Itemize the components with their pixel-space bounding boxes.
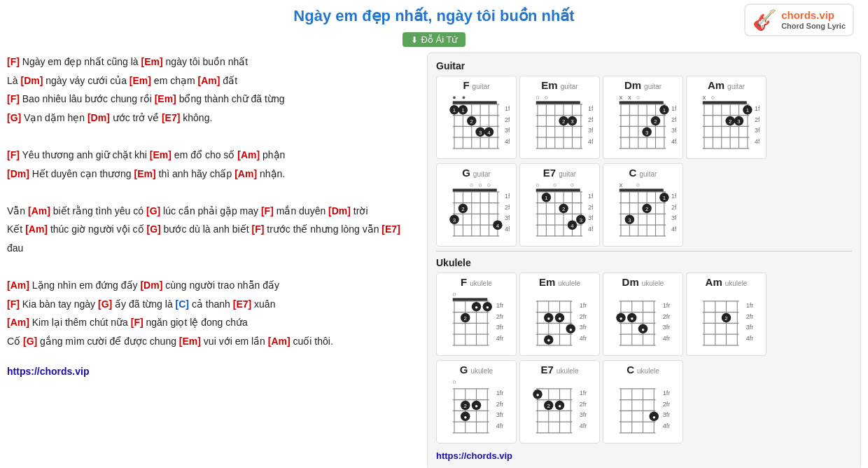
chord-Am3[interactable]: [Am]	[234, 168, 257, 179]
svg-rect-153	[620, 188, 664, 192]
chord-Am2[interactable]: [Am]	[237, 149, 260, 160]
chord-F2[interactable]: [F]	[7, 93, 20, 104]
chord-header-Dm-uke: Dm ukulele	[606, 276, 680, 288]
chord-name-Em-uke: Em	[539, 276, 555, 288]
chord-diagram-Am-guitar: Am guitar x ○	[686, 76, 766, 159]
chord-header-E7: E7 guitar	[523, 167, 596, 179]
svg-text:○: ○	[636, 181, 640, 188]
svg-text:3fr: 3fr	[588, 214, 593, 221]
chord-G3[interactable]: [G]	[147, 223, 161, 235]
chord-Em5[interactable]: [Em]	[134, 168, 156, 179]
svg-text:3: 3	[570, 118, 574, 125]
chord-G5[interactable]: [G]	[23, 336, 37, 347]
svg-text:2fr: 2fr	[663, 401, 671, 408]
chord-Em4[interactable]: [Em]	[150, 149, 172, 160]
chord-Am4[interactable]: [Am]	[28, 205, 50, 216]
chord-Am5[interactable]: [Am]	[25, 223, 48, 235]
chord-type-Am: guitar	[727, 83, 745, 90]
chord-Am[interactable]: [Am]	[198, 75, 220, 86]
svg-text:●: ●	[475, 403, 478, 409]
svg-text:2: 2	[464, 403, 467, 409]
chord-header-G-uke: G ukulele	[440, 364, 513, 376]
lyric-line-10: [Am] Lặng nhìn em đứng đấy [Dm] cùng ngư…	[7, 276, 420, 295]
chord-F6[interactable]: [F]	[7, 298, 20, 310]
svg-text:4fr: 4fr	[588, 226, 593, 233]
chord-E7[interactable]: [E7]	[162, 112, 180, 123]
svg-text:3fr: 3fr	[588, 127, 593, 134]
svg-text:1fr: 1fr	[755, 105, 760, 112]
chord-type-Dm: guitar	[644, 83, 662, 90]
chord-header-Am: Am guitar	[690, 79, 763, 91]
svg-text:1fr: 1fr	[671, 105, 676, 112]
svg-text:○: ○	[636, 94, 640, 101]
chord-Dm4[interactable]: [Dm]	[328, 205, 351, 216]
svg-text:○: ○	[487, 181, 491, 188]
chord-name-Dm-uke: Dm	[622, 276, 639, 288]
svg-rect-53	[620, 101, 664, 104]
chord-Em2[interactable]: [Em]	[130, 75, 151, 86]
svg-text:x: x	[703, 94, 706, 101]
svg-text:1fr: 1fr	[671, 193, 676, 200]
svg-text:4: 4	[496, 223, 500, 229]
chord-F3[interactable]: [F]	[7, 149, 20, 160]
svg-text:3fr: 3fr	[580, 411, 587, 418]
svg-rect-77	[703, 101, 747, 104]
chord-Am7[interactable]: [Am]	[7, 317, 29, 328]
svg-text:2fr: 2fr	[505, 204, 510, 211]
chord-G[interactable]: [G]	[7, 112, 21, 123]
chord-Dm[interactable]: [Dm]	[20, 75, 43, 86]
svg-text:4fr: 4fr	[671, 138, 676, 145]
chord-G2[interactable]: [G]	[146, 205, 160, 216]
chord-F7[interactable]: [F]	[131, 317, 144, 328]
chord-svg-Em: ○ ○	[526, 92, 593, 156]
svg-text:2: 2	[547, 403, 550, 409]
svg-text:4fr: 4fr	[496, 422, 504, 429]
chord-G4[interactable]: [G]	[98, 298, 112, 310]
chord-Em[interactable]: [Em]	[141, 56, 163, 67]
chord-Dm2[interactable]: [Dm]	[88, 112, 110, 123]
guitar-row-1: F guitar ● ●	[436, 76, 852, 159]
lyric-line-2: Là [Dm] ngày váy cưới của [Em] em chạm […	[7, 71, 420, 90]
svg-text:2fr: 2fr	[496, 401, 504, 408]
chords-url[interactable]: https://chords.vip	[436, 450, 852, 461]
chord-Em6[interactable]: [Em]	[179, 336, 201, 347]
svg-text:1: 1	[545, 195, 547, 201]
chord-header-Em-uke: Em ukulele	[523, 276, 596, 288]
lyrics-url[interactable]: https://chords.vip	[7, 362, 420, 381]
chord-type-F: guitar	[472, 83, 490, 90]
svg-text:1fr: 1fr	[746, 302, 754, 309]
svg-text:●: ●	[462, 94, 465, 101]
svg-text:1fr: 1fr	[588, 193, 593, 200]
chord-type-E7-uke: ukulele	[556, 367, 579, 375]
chord-Dm5[interactable]: [Dm]	[140, 280, 162, 291]
logo-area[interactable]: 🎸 chords.vip Chord Song Lyric	[744, 4, 854, 36]
chord-header-G: G guitar	[440, 167, 513, 179]
chord-diagram-Am-ukulele: Am ukulele	[686, 273, 766, 356]
chord-F[interactable]: [F]	[7, 56, 20, 67]
chord-Am8[interactable]: [Am]	[268, 336, 290, 347]
chord-Am6[interactable]: [Am]	[7, 280, 29, 291]
chord-svg-F-uke: ○ 2	[443, 289, 510, 352]
svg-text:3: 3	[628, 217, 631, 223]
chord-E72[interactable]: [E7]	[382, 223, 400, 235]
svg-text:1fr: 1fr	[588, 105, 593, 112]
lyrics-panel: [F] Ngày em đẹp nhất cũng là [Em] ngày t…	[7, 53, 420, 468]
chord-E73[interactable]: [E7]	[233, 298, 251, 310]
chord-header-F-uke: F ukulele	[440, 276, 513, 288]
chord-F4[interactable]: [F]	[261, 205, 274, 216]
svg-text:3fr: 3fr	[746, 324, 754, 331]
lyric-line-9: đau	[7, 239, 420, 258]
svg-text:2fr: 2fr	[671, 116, 676, 123]
chord-Dm3[interactable]: [Dm]	[7, 168, 29, 179]
chord-C[interactable]: [C]	[176, 298, 189, 310]
chord-name-E7: E7	[543, 167, 556, 179]
svg-text:3: 3	[453, 217, 456, 223]
chord-Em3[interactable]: [Em]	[155, 93, 176, 104]
chord-type-C: guitar	[639, 170, 657, 178]
author-badge[interactable]: ⬇ Đỗ Ái Tứ	[402, 32, 466, 47]
svg-text:●: ●	[558, 315, 561, 322]
chord-F5[interactable]: [F]	[251, 223, 264, 235]
chord-type-G: guitar	[473, 170, 491, 178]
chord-type-E7: guitar	[559, 170, 576, 178]
chord-svg-G: ○ ○ ○	[443, 180, 510, 243]
